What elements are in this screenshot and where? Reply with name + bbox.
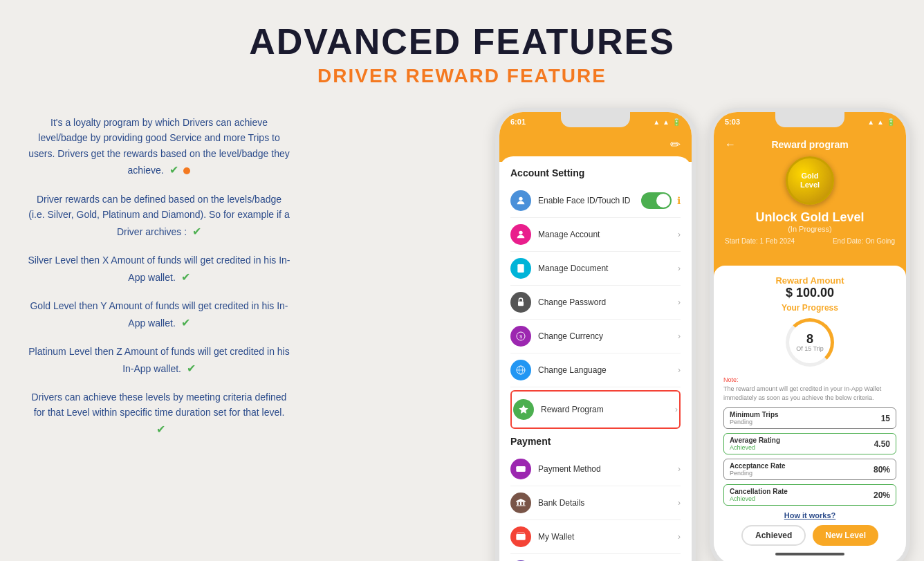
menu-item-manage-doc[interactable]: Manage Document › [510,252,681,286]
my-wallet-arrow: › [678,532,681,542]
phone-notch-left [561,112,630,127]
note-label: Note: [723,376,739,383]
phone-right: 5:03 ▲ ▲ 🔋 ← Reward program Gold Level [710,108,910,561]
in-progress-label: (In Progress) [725,225,895,233]
menu-item-bank-details[interactable]: Bank Details › [510,486,681,520]
menu-item-change-language[interactable]: Change Language › [510,353,681,387]
status-time-left: 6:01 [510,118,526,126]
page-subtitle: DRIVER REWARD FEATURE [317,65,607,87]
manage-doc-icon [510,258,531,279]
end-date: End Date: On Going [833,237,895,245]
status-time-right: 5:03 [725,118,740,126]
new-level-button[interactable]: New Level [813,525,878,546]
reward-program-title: Reward program [771,139,848,150]
progress-circle: 8 Of 15 Trip [786,318,834,367]
bank-details-label: Bank Details [538,498,584,508]
reward-program-highlight: Reward Program › [510,390,681,429]
svg-rect-11 [516,466,525,472]
change-currency-label: Change Currency [538,331,603,341]
reward-card: Reward Amount $ 100.00 Your Progress 8 O… [714,266,906,561]
edit-icon[interactable]: ✏ [670,137,681,152]
content-area: It's a loyalty program by which Drivers … [14,108,910,561]
change-password-label: Change Password [538,297,606,307]
svg-rect-5 [518,302,524,306]
phone-left: 6:01 ▲ ▲ 🔋 ✏ Account Setting [495,108,696,561]
svg-point-1 [519,231,522,234]
svg-point-0 [519,197,522,201]
manage-account-label: Manage Account [538,230,600,239]
check-icon-1: ✔ [169,161,178,179]
note-body: The reward amount will get credited in y… [723,385,896,402]
progress-number: 8 [806,333,813,345]
dates-row: Start Date: 1 Feb 2024 End Date: On Goin… [725,237,895,245]
phone-notch-right [775,112,844,127]
progress-of: Of 15 Trip [796,345,824,352]
svg-point-18 [521,536,524,538]
payment-section-label: Payment [510,436,681,447]
reward-header: ← Reward program Gold Level Unlock Gold … [714,131,906,279]
phone-content-left: Account Setting Enable Face ID/Touch ID [499,156,692,561]
account-section-label: Account Setting [510,167,681,178]
reward-program-icon [513,399,534,420]
achieved-button[interactable]: Achieved [741,525,806,546]
page-title: ADVANCED FEATURES [249,21,675,62]
reward-amount-title: Reward Amount [723,275,896,286]
reward-program-arrow: › [675,405,678,414]
note-section: Note: The reward amount will get credite… [723,372,896,402]
menu-item-faceid[interactable]: Enable Face ID/Touch ID ℹ [510,184,681,218]
check-icon-6: ✔ [156,421,165,439]
manage-account-icon [510,224,531,245]
start-date: Start Date: 1 Feb 2024 [725,237,795,245]
bank-details-icon [510,493,531,513]
my-wallet-icon [510,526,531,547]
payment-method-icon [510,459,531,479]
bottom-buttons: Achieved New Level [723,525,896,546]
status-icons-left: ▲ ▲ 🔋 [653,118,681,126]
text-block-6: Drivers can achieve these levels by meet… [28,389,290,438]
svg-rect-17 [516,534,525,540]
check-icon-2: ✔ [192,223,201,241]
criteria-minimum-trips: Minimum Trips Pending 15 [723,407,896,429]
check-icon-5: ✔ [187,360,196,378]
menu-item-manage-account[interactable]: Manage Account › [510,218,681,252]
phones-container: 6:01 ▲ ▲ 🔋 ✏ Account Setting [495,108,910,561]
menu-item-change-password[interactable]: Change Password › [510,286,681,320]
left-panel: It's a loyalty program by which Drivers … [14,108,304,457]
back-arrow-icon[interactable]: ← [725,138,736,151]
menu-item-payment-method[interactable]: Payment Method › [510,452,681,486]
faceid-label: Enable Face ID/Touch ID [538,196,630,205]
svg-rect-2 [517,264,524,273]
change-language-arrow: › [678,365,681,375]
payment-method-label: Payment Method [538,464,601,474]
menu-item-add-money[interactable]: $ Add Money › [510,554,681,561]
text-block-4: Gold Level then Y Amount of funds will g… [28,298,290,331]
text-block-5: Platinum Level then Z Amount of funds wi… [28,344,290,377]
medal-text-line2: Level [800,181,820,190]
faceid-icon [510,190,531,211]
criteria-cancellation-rate: Cancellation Rate Achieved 20% [723,484,896,506]
criteria-average-rating: Average Rating Achieved 4.50 [723,433,896,454]
criteria-list: Minimum Trips Pending 15 Average Rating … [723,407,896,506]
medal-text-line1: Gold [801,172,818,181]
text-block-3: Silver Level then X Amount of funds will… [28,252,290,286]
faceid-toggle[interactable] [641,192,672,209]
change-password-arrow: › [678,297,681,307]
menu-item-change-currency[interactable]: $ Change Currency › [510,320,681,353]
bottom-line-right [775,553,844,555]
menu-item-my-wallet[interactable]: My Wallet › [510,520,681,554]
change-password-icon [510,292,531,313]
payment-method-arrow: › [678,464,681,474]
menu-item-reward-program[interactable]: Reward Program › [513,393,678,426]
gold-medal: Gold Level [786,156,834,205]
svg-rect-14 [520,502,521,506]
info-icon: ℹ [677,195,681,206]
text-block-1: It's a loyalty program by which Drivers … [28,115,290,179]
change-currency-arrow: › [678,331,681,341]
manage-account-arrow: › [678,230,681,239]
svg-rect-15 [523,502,524,506]
payment-section: Payment Payment Method › [510,436,681,561]
manage-doc-arrow: › [678,264,681,273]
svg-text:$: $ [519,334,522,339]
how-it-works-link[interactable]: How it works? [723,511,896,519]
my-wallet-label: My Wallet [538,532,574,542]
